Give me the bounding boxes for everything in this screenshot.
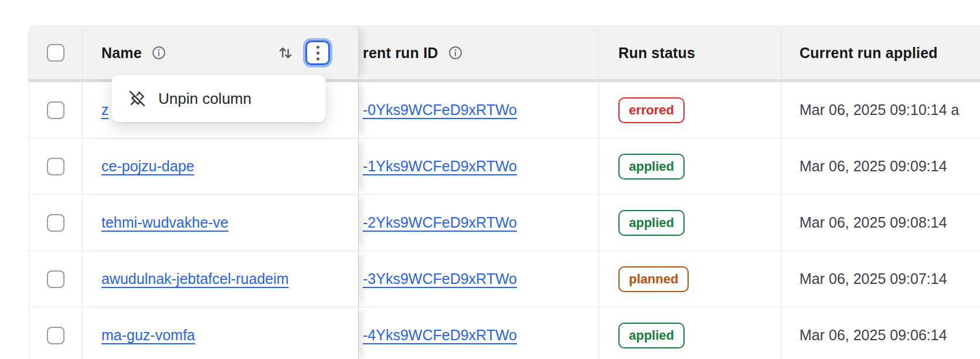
status-badge: applied <box>618 210 685 236</box>
status-badge: errored <box>618 97 685 123</box>
table-body: z -0Yks9WCFeD9xRTWo errored Mar 06, 2025… <box>29 82 980 359</box>
table-row: ma-guz-vomfa -4Yks9WCFeD9xRTWo applied M… <box>29 307 980 359</box>
run-status-column-label: Run status <box>618 45 695 62</box>
table-page: Name <box>0 0 980 359</box>
table-header-row: Name <box>29 26 980 82</box>
row-run-status-cell: applied <box>600 307 782 359</box>
row-name-cell: ce-pojzu-dape <box>83 138 359 194</box>
row-name-cell: ma-guz-vomfa <box>83 307 359 359</box>
row-current-run-applied-cell: Mar 06, 2025 09:08:14 <box>782 195 980 250</box>
row-current-run-applied-cell: Mar 06, 2025 09:10:14 a <box>782 82 980 138</box>
applied-timestamp: Mar 06, 2025 09:06:14 <box>799 327 947 344</box>
run-id-column-label: rent run ID <box>363 45 438 62</box>
row-run-id-cell: -3Yks9WCFeD9xRTWo <box>359 251 600 307</box>
run-id-link[interactable]: -0Yks9WCFeD9xRTWo <box>363 101 517 118</box>
info-icon[interactable] <box>448 45 463 60</box>
header-select-all-cell <box>29 26 83 79</box>
name-link[interactable]: ma-guz-vomfa <box>101 327 195 344</box>
header-run-id-cell: rent run ID <box>359 26 600 79</box>
menu-item-label: Unpin column <box>158 90 251 108</box>
row-select-cell <box>29 82 83 138</box>
column-menu-button[interactable] <box>305 40 330 65</box>
row-checkbox[interactable] <box>47 214 64 232</box>
select-all-checkbox[interactable] <box>47 44 64 62</box>
name-link[interactable]: z <box>101 101 109 118</box>
applied-timestamp: Mar 06, 2025 09:10:14 a <box>799 101 959 118</box>
row-select-cell <box>29 307 83 359</box>
run-id-link[interactable]: -2Yks9WCFeD9xRTWo <box>363 214 517 231</box>
row-run-id-cell: -4Yks9WCFeD9xRTWo <box>359 307 600 359</box>
name-link[interactable]: tehmi-wudvakhe-ve <box>101 214 229 231</box>
kebab-icon <box>317 46 319 60</box>
row-run-status-cell: planned <box>600 251 782 307</box>
header-name-cell: Name <box>83 26 359 79</box>
row-current-run-applied-cell: Mar 06, 2025 09:07:14 <box>782 251 980 307</box>
table-row: ce-pojzu-dape -1Yks9WCFeD9xRTWo applied … <box>29 138 980 195</box>
row-checkbox[interactable] <box>47 327 64 344</box>
run-id-link[interactable]: -4Yks9WCFeD9xRTWo <box>363 327 517 344</box>
header-current-run-applied-cell: Current run applied <box>782 26 980 79</box>
row-select-cell <box>29 251 83 307</box>
status-badge: applied <box>618 154 685 180</box>
name-column-label: Name <box>101 45 142 62</box>
run-id-link[interactable]: -1Yks9WCFeD9xRTWo <box>363 158 517 175</box>
name-link[interactable]: awudulnak-jebtafcel-ruadeim <box>101 270 289 287</box>
current-run-applied-column-label: Current run applied <box>799 45 938 62</box>
run-id-link[interactable]: -3Yks9WCFeD9xRTWo <box>363 270 517 287</box>
row-run-id-cell: -0Yks9WCFeD9xRTWo <box>359 82 600 138</box>
header-run-status-cell: Run status <box>600 26 782 79</box>
applied-timestamp: Mar 06, 2025 09:09:14 <box>799 158 947 175</box>
row-run-status-cell: errored <box>600 82 782 138</box>
row-run-id-cell: -1Yks9WCFeD9xRTWo <box>359 138 600 194</box>
row-run-id-cell: -2Yks9WCFeD9xRTWo <box>359 195 600 250</box>
status-badge: applied <box>618 323 685 348</box>
row-checkbox[interactable] <box>47 101 64 119</box>
row-current-run-applied-cell: Mar 06, 2025 09:09:14 <box>782 138 980 194</box>
row-current-run-applied-cell: Mar 06, 2025 09:06:14 <box>782 307 980 359</box>
sort-icon[interactable] <box>276 43 295 62</box>
row-checkbox[interactable] <box>47 270 64 288</box>
name-link[interactable]: ce-pojzu-dape <box>101 158 194 175</box>
row-run-status-cell: applied <box>600 195 782 250</box>
row-name-cell: tehmi-wudvakhe-ve <box>83 195 359 250</box>
row-name-cell: awudulnak-jebtafcel-ruadeim <box>83 251 359 307</box>
table-row: awudulnak-jebtafcel-ruadeim -3Yks9WCFeD9… <box>29 251 980 307</box>
row-run-status-cell: applied <box>600 138 782 194</box>
row-select-cell <box>29 138 83 194</box>
column-dropdown-menu: Unpin column <box>111 75 326 122</box>
info-icon[interactable] <box>151 45 166 60</box>
pin-off-icon <box>128 89 147 108</box>
status-badge: planned <box>618 266 689 292</box>
row-checkbox[interactable] <box>47 158 64 175</box>
applied-timestamp: Mar 06, 2025 09:08:14 <box>799 214 947 231</box>
row-select-cell <box>29 195 83 250</box>
applied-timestamp: Mar 06, 2025 09:07:14 <box>799 270 947 287</box>
menu-item-unpin-column[interactable]: Unpin column <box>111 89 326 108</box>
table-row: tehmi-wudvakhe-ve -2Yks9WCFeD9xRTWo appl… <box>29 195 980 251</box>
